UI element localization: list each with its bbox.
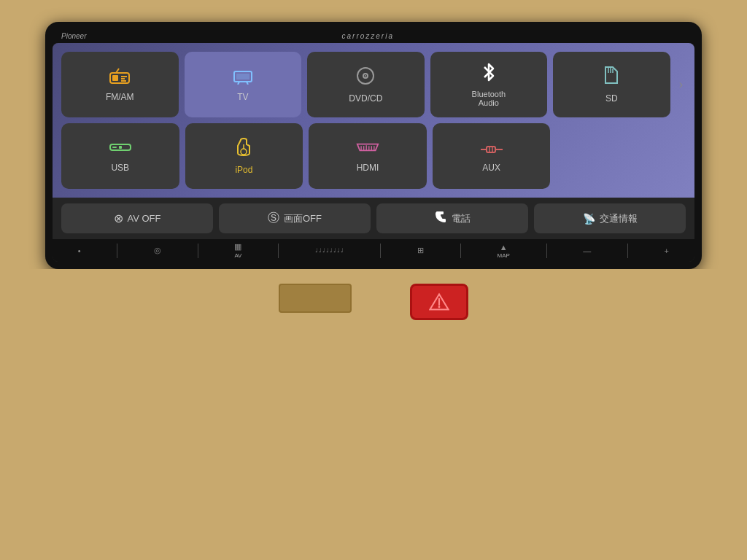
phone-button[interactable]: 電話 (376, 203, 528, 233)
aux-icon (479, 139, 504, 158)
hazard-button[interactable] (410, 284, 468, 320)
svg-point-34 (438, 306, 441, 308)
traffic-button[interactable]: 📡 交通情報 (534, 203, 686, 233)
dvdcd-button[interactable]: DVD/CD (307, 52, 425, 117)
status-music: ♩♩♩♩♩♩♩♩ (315, 247, 344, 254)
dvdcd-label: DVD/CD (349, 93, 382, 104)
avoff-label: AV OFF (128, 213, 161, 224)
media-row-2: USB iPod (61, 123, 686, 189)
svg-rect-18 (119, 146, 122, 149)
traffic-icon: 📡 (583, 213, 595, 225)
dvdcd-icon (355, 66, 376, 89)
svg-rect-9 (236, 74, 249, 79)
svg-rect-17 (112, 147, 117, 148)
status-plus[interactable]: + (665, 246, 669, 255)
brand-pioneer: Pioneer (61, 32, 86, 40)
status-bar: • ◎ ▦ AV ♩♩♩♩♩♩♩♩ ⊞ ▲ MAP (53, 239, 694, 262)
hdmi-button[interactable]: HDMI (309, 123, 427, 189)
sd-label: SD (605, 93, 618, 104)
svg-point-19 (241, 149, 247, 155)
svg-rect-1 (112, 75, 118, 81)
bluetooth-button[interactable]: Bluetooth Audio (430, 52, 548, 117)
svg-point-12 (365, 75, 366, 77)
fmam-icon (109, 67, 131, 88)
sd-button[interactable]: SD (553, 52, 670, 117)
bottom-bar: ⊗ AV OFF Ⓢ 画面OFF 電話 📡 交通情報 (53, 198, 694, 239)
status-minus[interactable]: — (583, 246, 591, 255)
phone-icon (434, 211, 447, 226)
head-unit-outer: Pioneer carrozzeria (45, 22, 702, 269)
dash-slot-left (279, 284, 352, 313)
status-grid[interactable]: ⊞ (417, 246, 424, 255)
fmam-button[interactable]: FM/AM (61, 52, 179, 117)
avoff-icon: ⊗ (114, 211, 123, 225)
bluetooth-icon (481, 62, 497, 85)
traffic-label: 交通情報 (600, 212, 638, 225)
tv-label: TV (237, 92, 248, 102)
phone-label: 電話 (452, 212, 471, 225)
aux-label: AUX (482, 163, 500, 173)
fmam-label: FM/AM (106, 92, 134, 102)
screenoff-icon: Ⓢ (268, 211, 279, 226)
car-dashboard (0, 269, 747, 560)
avoff-button[interactable]: ⊗ AV OFF (61, 203, 213, 233)
tv-button[interactable]: TV (185, 52, 302, 117)
brand-carrozzeria: carrozzeria (342, 32, 394, 40)
ipod-label: iPod (235, 165, 252, 175)
hdmi-icon (356, 139, 379, 158)
usb-button[interactable]: USB (61, 123, 179, 189)
sd-icon (603, 66, 620, 89)
usb-icon (109, 139, 132, 158)
main-content: FM/AM TV (53, 43, 694, 198)
ipod-icon (235, 137, 252, 160)
status-dot: • (78, 246, 81, 255)
ipod-button[interactable]: iPod (185, 123, 303, 189)
status-circle: ◎ (154, 246, 161, 255)
usb-label: USB (111, 163, 129, 173)
media-row-1: FM/AM TV (61, 52, 686, 117)
hdmi-label: HDMI (357, 163, 379, 173)
screenoff-label: 画面OFF (284, 212, 322, 225)
tv-icon (232, 67, 254, 88)
screen-header: Pioneer carrozzeria (53, 29, 694, 43)
scroll-right-arrow[interactable]: › (676, 52, 686, 117)
svg-rect-29 (487, 147, 495, 152)
bluetooth-label: Bluetooth Audio (472, 90, 506, 107)
status-av[interactable]: ▦ AV (234, 242, 241, 259)
screenoff-button[interactable]: Ⓢ 画面OFF (219, 203, 371, 233)
aux-button[interactable]: AUX (433, 123, 551, 189)
screen: FM/AM TV (53, 43, 694, 262)
status-map[interactable]: ▲ MAP (497, 243, 509, 259)
